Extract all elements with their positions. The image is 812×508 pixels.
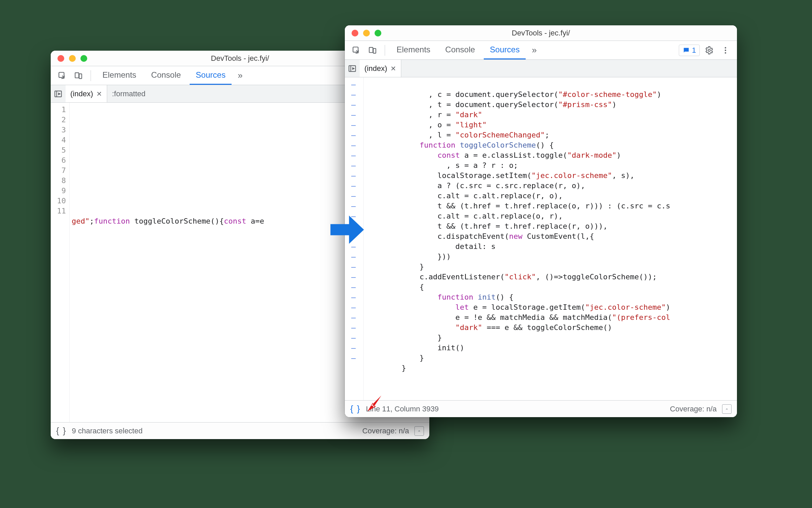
tab-elements[interactable]: Elements	[96, 66, 142, 85]
minimize-dot[interactable]	[363, 30, 370, 36]
navigator-toggle-icon[interactable]	[51, 87, 66, 101]
window-controls	[51, 55, 87, 62]
tab-console[interactable]: Console	[145, 66, 187, 85]
svg-rect-2	[79, 74, 82, 78]
file-tab-label: (index)	[364, 64, 387, 73]
window-title: DevTools - jec.fyi/	[345, 29, 737, 37]
kebab-menu-icon[interactable]	[719, 44, 732, 57]
tab-console[interactable]: Console	[439, 41, 481, 59]
file-tab-index[interactable]: (index) ✕	[360, 60, 401, 77]
issues-badge[interactable]: 1	[679, 45, 700, 56]
close-icon[interactable]: ✕	[96, 90, 102, 98]
tab-elements[interactable]: Elements	[390, 41, 436, 59]
more-tabs-icon[interactable]: »	[528, 45, 540, 55]
svg-point-10	[725, 52, 726, 53]
file-tab-index[interactable]: (index) ✕	[66, 85, 107, 102]
more-tabs-icon[interactable]: »	[234, 70, 246, 81]
status-bar: { } 9 characters selected Coverage: n/a	[51, 422, 429, 439]
svg-point-7	[708, 49, 711, 51]
separator	[385, 45, 385, 56]
status-bar: { } Line 11, Column 3939 Coverage: n/a	[345, 400, 737, 417]
tab-sources[interactable]: Sources	[190, 66, 232, 85]
separator	[91, 70, 91, 81]
code-editor[interactable]: ––––––– ––––––– ––––––– ––––––– , c = do…	[345, 77, 737, 400]
navigator-toggle-icon[interactable]	[345, 62, 360, 75]
titlebar: DevTools - jec.fyi/	[345, 25, 737, 41]
device-toolbar-icon[interactable]	[72, 69, 85, 82]
pretty-print-icon[interactable]: { }	[350, 404, 361, 414]
file-tab-bar: (index) ✕	[345, 60, 737, 77]
svg-rect-5	[369, 47, 373, 52]
svg-point-8	[725, 47, 726, 48]
svg-rect-6	[373, 48, 376, 53]
file-tab-label: (index)	[70, 90, 93, 98]
zoom-dot[interactable]	[375, 30, 381, 36]
code-area[interactable]: , c = document.querySelector("#color-sch…	[364, 77, 737, 400]
minimize-dot[interactable]	[69, 55, 76, 62]
svg-point-9	[725, 49, 726, 51]
coverage-label: Coverage: n/a	[362, 427, 409, 435]
close-icon[interactable]: ✕	[390, 65, 396, 73]
main-toolbar: Elements Console Sources » 1	[345, 41, 737, 60]
inspect-element-icon[interactable]	[350, 44, 363, 57]
pretty-print-icon[interactable]: { }	[56, 426, 67, 436]
file-tab-label: :formatted	[112, 90, 145, 98]
device-toolbar-icon[interactable]	[366, 44, 379, 57]
annotation-arrow-right	[329, 211, 366, 248]
line-gutter: 123 456 789 1011	[51, 103, 70, 422]
devtools-window-right: DevTools - jec.fyi/ Elements Console Sou…	[345, 25, 737, 417]
issues-count: 1	[692, 46, 696, 55]
zoom-dot[interactable]	[80, 55, 87, 62]
window-controls	[345, 30, 381, 36]
file-tab-formatted[interactable]: :formatted	[107, 85, 150, 102]
collapse-icon[interactable]	[722, 404, 732, 414]
tab-sources[interactable]: Sources	[484, 41, 526, 59]
close-dot[interactable]	[352, 30, 358, 36]
annotation-arrow-down-left	[365, 393, 385, 414]
status-info: 9 characters selected	[72, 427, 143, 435]
collapse-icon[interactable]	[414, 426, 424, 436]
inspect-element-icon[interactable]	[55, 69, 69, 82]
svg-rect-1	[75, 73, 79, 78]
close-dot[interactable]	[57, 55, 64, 62]
coverage-label: Coverage: n/a	[670, 405, 717, 413]
settings-gear-icon[interactable]	[702, 44, 716, 57]
